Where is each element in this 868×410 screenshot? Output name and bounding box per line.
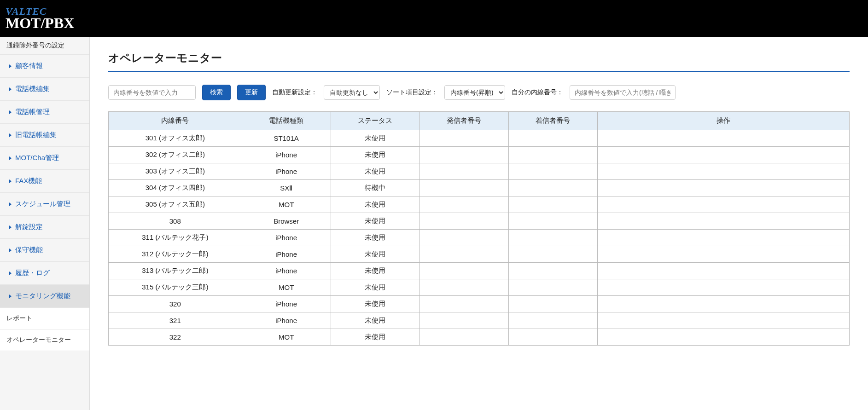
table-cell-status: 未使用: [331, 296, 419, 312]
sidebar-item-label: モニタリング機能: [15, 292, 70, 300]
table-cell-ext: 303 (オフィス三郎): [109, 163, 242, 180]
table-cell-op: [597, 329, 849, 346]
table-cell-op: [597, 279, 849, 296]
app-header: VALTEC MOT/PBX: [0, 0, 868, 37]
table-row: 320iPhone未使用: [109, 296, 850, 312]
page-title: オペレーターモニター: [108, 51, 850, 65]
table-header-cell: 電話機種類: [242, 112, 331, 130]
table-cell-type: iPhone: [242, 163, 331, 180]
caret-right-icon: [9, 202, 12, 206]
sidebar-item-label: FAX機能: [15, 177, 42, 185]
auto-update-label: 自動更新設定：: [272, 88, 317, 97]
sidebar-item-unlock[interactable]: 解錠設定: [0, 216, 89, 239]
table-cell-caller: [419, 296, 508, 312]
sidebar-item-label: 電話機編集: [15, 85, 50, 93]
sidebar-item-customer[interactable]: 顧客情報: [0, 55, 89, 78]
table-cell-callee: [508, 180, 597, 196]
sidebar-item-label: 旧電話帳編集: [15, 131, 57, 139]
table-cell-caller: [419, 196, 508, 213]
sidebar-subitem[interactable]: レポート: [0, 308, 89, 329]
table-cell-op: [597, 263, 849, 279]
table-cell-caller: [419, 130, 508, 147]
table-cell-type: MOT: [242, 196, 331, 213]
extension-search-input[interactable]: [108, 85, 196, 100]
table-header-cell: ステータス: [331, 112, 419, 130]
table-header-row: 内線番号電話機種類ステータス発信者番号着信者番号操作: [109, 112, 850, 130]
sidebar-item-label: スケジュール管理: [15, 200, 70, 208]
table-cell-op: [597, 296, 849, 312]
caret-right-icon: [9, 110, 12, 114]
table-cell-op: [597, 130, 849, 147]
sidebar-item-monitoring[interactable]: モニタリング機能: [0, 285, 89, 308]
sort-label: ソート項目設定：: [386, 88, 438, 97]
caret-right-icon: [9, 225, 12, 229]
table-row: 308Browser未使用: [109, 213, 850, 230]
sidebar-item-history-log[interactable]: 履歴・ログ: [0, 262, 89, 285]
sidebar-item-truncated[interactable]: 通録除外番号の設定: [0, 37, 89, 55]
operator-table: 内線番号電話機種類ステータス発信者番号着信者番号操作 301 (オフィス太郎)S…: [108, 111, 850, 346]
table-cell-callee: [508, 279, 597, 296]
table-cell-status: 未使用: [331, 147, 419, 163]
table-cell-callee: [508, 263, 597, 279]
sidebar-item-motcha[interactable]: MOT/Cha管理: [0, 147, 89, 170]
table-cell-ext: 302 (オフィス二郎): [109, 147, 242, 163]
table-cell-ext: 321: [109, 312, 242, 329]
table-cell-ext: 315 (バルテック三郎): [109, 279, 242, 296]
search-button[interactable]: 検索: [202, 85, 231, 100]
table-cell-status: 未使用: [331, 246, 419, 263]
sidebar-item-label: 保守機能: [15, 246, 43, 254]
table-cell-ext: 322: [109, 329, 242, 346]
table-cell-ext: 305 (オフィス五郎): [109, 196, 242, 213]
sidebar-item-fax[interactable]: FAX機能: [0, 170, 89, 193]
own-extension-input[interactable]: [570, 85, 676, 100]
table-cell-status: 未使用: [331, 130, 419, 147]
sidebar-item-maintenance[interactable]: 保守機能: [0, 239, 89, 262]
table-row: 321iPhone未使用: [109, 312, 850, 329]
table-row: 322MOT未使用: [109, 329, 850, 346]
table-cell-type: iPhone: [242, 296, 331, 312]
table-cell-callee: [508, 230, 597, 246]
table-cell-callee: [508, 213, 597, 230]
sidebar[interactable]: 通録除外番号の設定 顧客情報電話機編集電話帳管理旧電話帳編集MOT/Cha管理F…: [0, 37, 90, 410]
table-cell-caller: [419, 163, 508, 180]
title-divider: [108, 71, 850, 72]
table-cell-callee: [508, 312, 597, 329]
caret-right-icon: [9, 64, 12, 68]
table-cell-type: Browser: [242, 213, 331, 230]
caret-right-icon: [9, 87, 12, 91]
caret-right-icon: [9, 179, 12, 183]
table-header-cell: 内線番号: [109, 112, 242, 130]
update-button[interactable]: 更新: [237, 85, 266, 100]
sidebar-item-schedule[interactable]: スケジュール管理: [0, 193, 89, 216]
table-row: 311 (バルテック花子)iPhone未使用: [109, 230, 850, 246]
sidebar-item-old-phonebook[interactable]: 旧電話帳編集: [0, 124, 89, 147]
table-row: 301 (オフィス太郎)ST101A未使用: [109, 130, 850, 147]
sidebar-item-phonebook[interactable]: 電話帳管理: [0, 101, 89, 124]
table-cell-type: MOT: [242, 329, 331, 346]
table-cell-ext: 320: [109, 296, 242, 312]
main-content: オペレーターモニター 検索 更新 自動更新設定： 自動更新なし ソート項目設定：…: [90, 37, 868, 410]
table-cell-type: SXⅡ: [242, 180, 331, 196]
table-cell-status: 未使用: [331, 263, 419, 279]
table-cell-status: 未使用: [331, 163, 419, 180]
table-cell-caller: [419, 213, 508, 230]
table-cell-status: 未使用: [331, 279, 419, 296]
sort-select[interactable]: 内線番号(昇順): [444, 85, 505, 100]
sidebar-subitem[interactable]: オペレーターモニター: [0, 329, 89, 351]
table-cell-callee: [508, 147, 597, 163]
caret-right-icon: [9, 248, 12, 252]
sidebar-item-label: 解錠設定: [15, 223, 43, 231]
table-cell-op: [597, 180, 849, 196]
table-row: 315 (バルテック三郎)MOT未使用: [109, 279, 850, 296]
table-cell-callee: [508, 296, 597, 312]
table-row: 303 (オフィス三郎)iPhone未使用: [109, 163, 850, 180]
table-cell-callee: [508, 163, 597, 180]
table-cell-op: [597, 230, 849, 246]
table-cell-ext: 304 (オフィス四郎): [109, 180, 242, 196]
auto-update-select[interactable]: 自動更新なし: [324, 85, 380, 100]
table-cell-caller: [419, 329, 508, 346]
table-cell-caller: [419, 230, 508, 246]
sidebar-item-phone-edit[interactable]: 電話機編集: [0, 78, 89, 101]
sidebar-item-label: 履歴・ログ: [15, 269, 50, 277]
table-cell-type: iPhone: [242, 147, 331, 163]
